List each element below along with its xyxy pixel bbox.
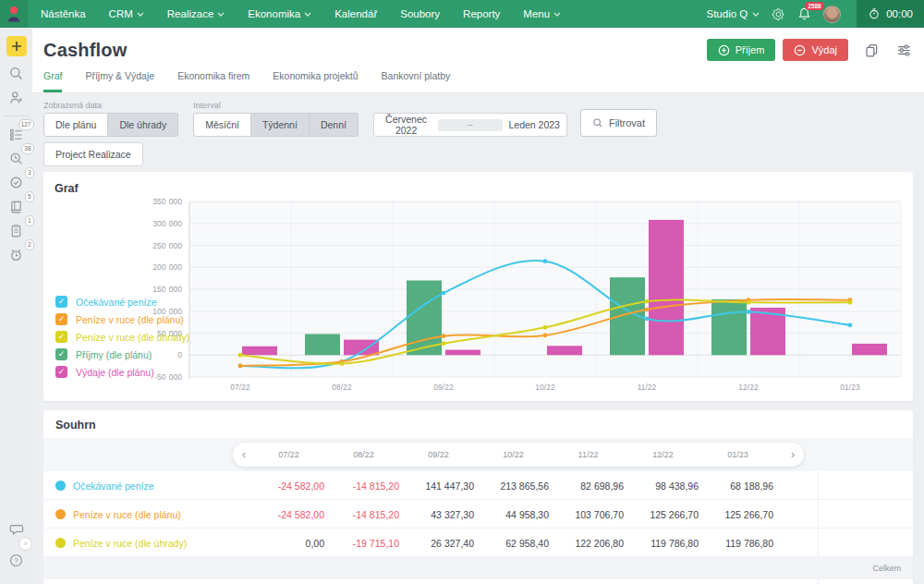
series-dot-icon	[55, 509, 66, 519]
summary-value: 119 786,80	[700, 538, 775, 549]
page-header: Cashflow Příjem Výdaj	[32, 28, 924, 93]
workspace-switcher[interactable]: Studio Q	[706, 8, 760, 19]
chevron-down-icon	[752, 12, 760, 17]
notifications-button[interactable]: 2588	[797, 6, 811, 21]
tab-bankovn-platby[interactable]: Bankovní platby	[382, 70, 451, 92]
filter-settings-icon	[895, 42, 913, 59]
legend-item-p-jmy-dle-pl-nu[interactable]: ✓Příjmy (dle plánu)	[55, 348, 189, 360]
sidebar-divider	[4, 116, 29, 116]
summary-row-pen-ze-v-ruce-dle-pl-nu: Peníze v ruce (dle plánu)-24 582,00-14 8…	[43, 500, 913, 529]
topbar-right: Studio Q 2588	[706, 0, 924, 28]
main-area: Cashflow Příjem Výdaj	[32, 28, 924, 584]
summary-value: 68 188,96	[700, 481, 775, 492]
nav-item-realizace[interactable]: Realizace	[167, 8, 225, 19]
filters-row: Zobrazená data Dle plánuDle úhrady Inter…	[43, 101, 913, 137]
workspace-name: Studio Q	[706, 8, 748, 19]
nav-item-n-st-nka[interactable]: Nástěnka	[41, 8, 86, 19]
date-range-input[interactable]: Červenec 2022 – Leden 2023	[373, 113, 567, 137]
app-window: NástěnkaCRMRealizaceEkonomikaKalendářSou…	[0, 0, 924, 584]
chevron-down-icon	[304, 12, 311, 17]
sidebar-activity-search-button[interactable]: 38	[6, 147, 28, 169]
page-content: Zobrazená data Dle plánuDle úhrady Inter…	[32, 93, 924, 584]
interval-label: Interval	[193, 101, 359, 110]
quick-add-button[interactable]	[6, 36, 27, 56]
sidebar-notes-button[interactable]: 1	[6, 219, 28, 241]
top-navigation-bar: NástěnkaCRMRealizaceEkonomikaKalendářSou…	[0, 0, 924, 28]
display-option-dle-hrady[interactable]: Dle úhrady	[108, 113, 178, 137]
month-column-label: 08/22	[326, 443, 401, 467]
interval-option-denn[interactable]: Denní	[310, 113, 359, 137]
chevron-down-icon	[137, 12, 144, 17]
alarm-icon	[8, 247, 24, 262]
expense-button[interactable]: Výdaj	[783, 39, 848, 61]
sidebar-time-button[interactable]: 3	[6, 171, 28, 193]
display-option-dle-pl-nu[interactable]: Dle plánu	[43, 113, 108, 137]
stopwatch-icon	[868, 7, 881, 20]
reminders-count-badge: 2	[25, 239, 34, 250]
sidebar-expand-button[interactable]: ›	[18, 537, 32, 551]
search-icon	[8, 66, 24, 81]
chevron-down-icon	[553, 12, 561, 17]
user-avatar[interactable]	[823, 6, 841, 23]
nav-item-ekonomika[interactable]: Ekonomika	[248, 8, 311, 19]
journal-count-badge: 5	[25, 191, 34, 202]
nav-item-soubory[interactable]: Soubory	[400, 8, 440, 19]
time-tracker[interactable]: 00:00	[857, 0, 924, 28]
date-from-value: Červenec 2022	[374, 114, 438, 136]
search-icon	[592, 117, 603, 128]
interval-option-t-denn[interactable]: Týdenní	[251, 113, 310, 137]
interval-option-m-s-n[interactable]: Měsíční	[193, 113, 251, 137]
nav-item-crm[interactable]: CRM	[109, 8, 144, 19]
sidebar-journal-button[interactable]: 5	[6, 195, 28, 217]
legend-item-o-ek-van-pen-ze[interactable]: ✓Očekávané peníze	[55, 296, 189, 308]
nav-item-kalend[interactable]: Kalendář	[334, 8, 377, 19]
summary-value: -24 582,00	[251, 481, 326, 492]
summary-row-p-jmy-dle-pl-nu: Příjmy (dle plánu)0,0048 000,00170 000,0…	[43, 579, 913, 584]
tab-graf[interactable]: Graf	[43, 70, 62, 92]
notification-count-badge: 2588	[805, 2, 823, 10]
nav-item-reporty[interactable]: Reporty	[463, 8, 500, 19]
legend-item-pen-ze-v-ruce-dle-hrady[interactable]: ✓Peníze v ruce (dle úhrady)	[55, 331, 189, 343]
svg-text:07/22: 07/22	[230, 383, 250, 392]
sidebar-add-contact-button[interactable]	[6, 86, 28, 108]
copy-icon	[863, 42, 881, 59]
legend-label: Příjmy (dle plánu)	[76, 349, 152, 360]
settings-button[interactable]	[772, 7, 785, 21]
summary-value: 44 958,30	[476, 509, 551, 520]
sidebar-reminders-button[interactable]: 2	[6, 243, 28, 265]
app-logo[interactable]	[0, 0, 28, 28]
nav-item-menu[interactable]: Menu	[523, 8, 561, 19]
legend-item-pen-ze-v-ruce-dle-pl-nu[interactable]: ✓Peníze v ruce (dle plánu)	[55, 313, 189, 325]
user-add-icon	[8, 90, 24, 105]
tab-ekonomika-projekt[interactable]: Ekonomika projektů	[273, 70, 358, 92]
tab-ekonomika-firem[interactable]: Ekonomika firem	[177, 70, 249, 92]
summary-total-cell	[818, 471, 913, 500]
month-column-label: 07/22	[251, 443, 326, 467]
main-menu: NástěnkaCRMRealizaceEkonomikaKalendářSou…	[41, 8, 561, 19]
display-data-toggle: Dle plánuDle úhrady	[43, 113, 178, 137]
svg-text:08/22: 08/22	[332, 383, 352, 392]
timer-value: 00:00	[886, 8, 913, 19]
income-button[interactable]: Příjem	[707, 39, 776, 61]
sidebar-tasks-button[interactable]: 127	[6, 123, 28, 145]
summary-value: 26 327,40	[401, 538, 476, 549]
month-column-label: 11/22	[551, 443, 626, 467]
legend-item-v-daje-dle-pl-nu[interactable]: ✓Výdaje (dle plánu)	[55, 366, 189, 378]
interval-toggle: MěsíčníTýdenníDenní	[193, 113, 359, 137]
duplicate-view-button[interactable]	[863, 42, 881, 59]
help-icon: ?	[8, 553, 24, 568]
sidebar-search-button[interactable]	[6, 62, 28, 84]
view-settings-button[interactable]	[895, 42, 913, 59]
filter-button[interactable]: Filtrovat	[580, 109, 657, 137]
legend-label: Očekávané peníze	[76, 297, 157, 308]
clipboard-icon	[8, 223, 24, 238]
svg-text:200 000: 200 000	[152, 262, 182, 272]
series-label: Očekávané peníze	[73, 481, 154, 492]
summary-total-cell: 522 000,00	[818, 579, 913, 584]
month-column-label: 09/22	[401, 443, 476, 467]
help-button[interactable]: ?	[6, 549, 28, 571]
tab-p-jmy-v-daje[interactable]: Příjmy & Výdaje	[85, 70, 154, 92]
summary-row-o-ek-van-pen-ze: Očekávané peníze-24 582,00-14 815,20141 …	[43, 471, 913, 500]
icon-sidebar: 127 38 3 5 1 2	[0, 28, 32, 584]
project-filter-chip[interactable]: Project Realizace	[43, 142, 143, 166]
